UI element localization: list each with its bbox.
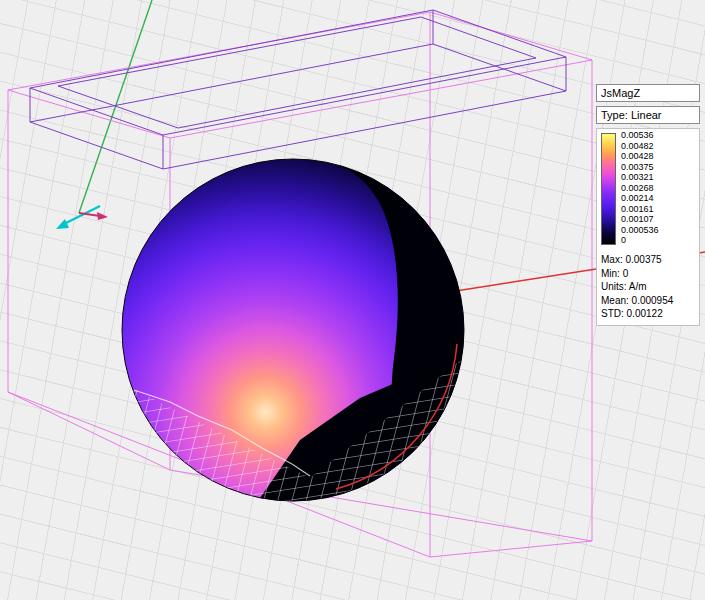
legend-tick-labels: 0.00536 0.00482 0.00428 0.00375 0.00321 … bbox=[621, 131, 659, 245]
legend-type: Type: Linear bbox=[596, 106, 700, 124]
legend-title: JsMagZ bbox=[596, 84, 700, 102]
legend-stats: Max: 0.00375 Min: 0 Units: A/m Mean: 0.0… bbox=[601, 253, 695, 321]
stat-line: Units: A/m bbox=[601, 280, 695, 294]
tick-label: 0.000536 bbox=[621, 226, 659, 235]
slab-inner-face bbox=[58, 17, 536, 128]
tick-label: 0.00214 bbox=[621, 194, 659, 203]
slab-top-face bbox=[30, 10, 566, 135]
coordinate-triad bbox=[56, 206, 108, 229]
tick-label: 0.00428 bbox=[621, 152, 659, 161]
stat-line: Min: 0 bbox=[601, 267, 695, 281]
tick-label: 0.00268 bbox=[621, 184, 659, 193]
legend-panel[interactable]: JsMagZ Type: Linear 0.00536 0.00482 0.00… bbox=[596, 84, 700, 326]
tick-label: 0.00161 bbox=[621, 205, 659, 214]
triad-z-arrowhead-icon bbox=[56, 219, 69, 229]
stat-line: Mean: 0.000954 bbox=[601, 294, 695, 308]
stat-line: Max: 0.00375 bbox=[601, 253, 695, 267]
tick-label: 0.00321 bbox=[621, 173, 659, 182]
slab-bottom-face bbox=[30, 44, 566, 169]
legend-colorbar bbox=[601, 133, 616, 245]
tick-label: 0.00375 bbox=[621, 163, 659, 172]
field-sphere bbox=[122, 159, 464, 501]
inner-wireframe-slab bbox=[30, 10, 566, 169]
triad-m-arrowhead-icon bbox=[97, 212, 108, 220]
legend-scale-card: 0.00536 0.00482 0.00428 0.00375 0.00321 … bbox=[596, 128, 700, 326]
viewport[interactable]: JsMagZ Type: Linear 0.00536 0.00482 0.00… bbox=[0, 0, 705, 600]
stat-line: STD: 0.00122 bbox=[601, 307, 695, 321]
tick-label: 0.00536 bbox=[621, 131, 659, 140]
tick-label: 0 bbox=[621, 236, 659, 245]
tick-label: 0.00482 bbox=[621, 142, 659, 151]
tick-label: 0.00107 bbox=[621, 215, 659, 224]
